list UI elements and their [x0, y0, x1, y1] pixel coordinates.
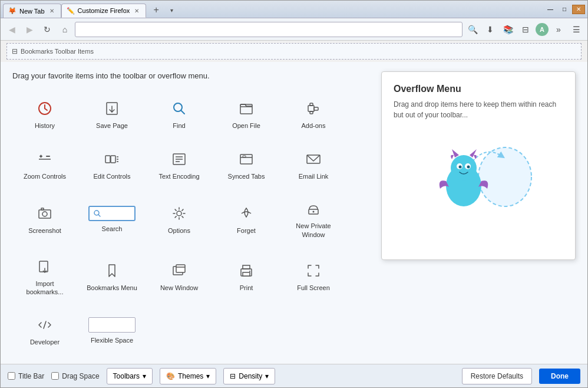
- email-icon: [304, 150, 323, 169]
- save-page-label: Save Page: [96, 121, 128, 130]
- forget-icon: [237, 204, 256, 223]
- item-new-private-window[interactable]: New Private Window: [281, 191, 346, 246]
- menu-button[interactable]: ☰: [569, 22, 584, 37]
- drag-space-checkbox[interactable]: Drag Space: [51, 372, 99, 380]
- item-flexible-space[interactable]: Flexible Space: [80, 306, 144, 354]
- drag-space-label: Drag Space: [62, 372, 99, 380]
- minimize-button[interactable]: —: [544, 5, 557, 14]
- svg-line-3: [181, 110, 184, 114]
- themes-dropdown[interactable]: 🎨 Themes ▾: [160, 368, 216, 384]
- tab-dropdown-button[interactable]: ▾: [164, 2, 179, 18]
- open-file-icon: [237, 99, 256, 118]
- item-history[interactable]: History: [12, 90, 77, 138]
- overflow-panel: Overflow Menu Drag and drop items here t…: [381, 71, 576, 260]
- downloads-button[interactable]: ⬇: [483, 22, 498, 37]
- new-tab-button[interactable]: +: [148, 2, 164, 18]
- new-win-icon: [170, 261, 189, 280]
- item-bookmarks-menu[interactable]: Bookmarks Menu: [80, 248, 144, 304]
- app-window: 🦊 New Tab ✕ ✏️ Customize Firefox ✕ + ▾ —…: [0, 0, 588, 388]
- svg-rect-6: [314, 107, 318, 110]
- overflow-nav-button[interactable]: »: [551, 22, 566, 37]
- toolbars-chevron: ▾: [143, 372, 146, 380]
- account-avatar[interactable]: A: [536, 23, 549, 36]
- sync-button[interactable]: ⊟: [518, 22, 533, 37]
- search-box-preview: [88, 206, 136, 221]
- forget-label: Forget: [237, 226, 256, 235]
- back-button[interactable]: ◀: [4, 22, 19, 37]
- item-options[interactable]: Options: [147, 191, 212, 246]
- tab-label-1: New Tab: [19, 8, 45, 15]
- toolbars-label: Toolbars: [113, 372, 140, 380]
- close-tab-1[interactable]: ✕: [48, 7, 56, 15]
- print-icon: [237, 261, 256, 280]
- tab-favicon-1: 🦊: [8, 7, 16, 15]
- item-synced-tabs[interactable]: Synced Tabs: [214, 140, 279, 189]
- nav-bar: ◀ ▶ ↻ ⌂ 🔍 ⬇ 📚 ⊟ A » ☰: [1, 18, 587, 41]
- item-import-bookmarks[interactable]: Import bookmarks...: [12, 248, 77, 304]
- bookmarks-menu-label: Bookmarks Menu: [87, 284, 137, 292]
- themes-icon: 🎨: [166, 372, 175, 380]
- maximize-button[interactable]: □: [558, 5, 571, 14]
- forward-button[interactable]: ▶: [22, 22, 37, 37]
- themes-label: Themes: [178, 372, 203, 380]
- svg-rect-41: [243, 265, 250, 269]
- item-developer[interactable]: Developer: [12, 306, 77, 354]
- close-window-button[interactable]: ✕: [572, 5, 585, 14]
- title-bar: 🦊 New Tab ✕ ✏️ Customize Firefox ✕ + ▾ —…: [1, 1, 587, 18]
- overflow-title: Overflow Menu: [394, 84, 563, 94]
- reload-button[interactable]: ↻: [39, 22, 55, 37]
- tab-new-tab[interactable]: 🦊 New Tab ✕: [3, 4, 61, 18]
- find-icon: [170, 99, 189, 118]
- zoom-controls-label: Zoom Controls: [24, 172, 66, 180]
- close-tab-2[interactable]: ✕: [133, 6, 141, 15]
- bookmarks-toolbar-label: Bookmarks Toolbar Items: [21, 48, 94, 55]
- history-icon: [35, 99, 54, 118]
- title-bar-checkbox[interactable]: Title Bar: [8, 372, 44, 380]
- tab-label-2: Customize Firefox: [78, 7, 130, 14]
- toolbars-dropdown[interactable]: Toolbars ▾: [107, 368, 153, 384]
- item-edit-controls[interactable]: Edit Controls: [80, 140, 144, 189]
- svg-rect-13: [105, 156, 110, 163]
- item-email-link[interactable]: Email Link: [281, 140, 346, 189]
- options-icon: [170, 204, 189, 223]
- title-bar-input[interactable]: [8, 372, 15, 380]
- svg-point-50: [459, 166, 462, 169]
- fullscreen-icon: [304, 261, 323, 280]
- import-icon: [35, 257, 54, 276]
- library-button[interactable]: 📚: [500, 22, 516, 37]
- bk-menu-icon: [103, 261, 121, 280]
- item-screenshot[interactable]: Screenshot: [12, 191, 77, 246]
- import-bookmarks-label: Import bookmarks...: [16, 280, 73, 297]
- item-open-file[interactable]: Open File: [214, 90, 279, 138]
- print-label: Print: [240, 284, 253, 292]
- svg-point-43: [249, 271, 250, 272]
- item-new-window[interactable]: New Window: [147, 248, 212, 304]
- bookmarks-toolbar-wrapper: ⊟ Bookmarks Toolbar Items: [1, 41, 587, 62]
- url-bar[interactable]: [75, 22, 463, 37]
- open-file-label: Open File: [232, 121, 260, 130]
- item-full-screen[interactable]: Full Screen: [281, 248, 346, 304]
- item-addons[interactable]: Add-ons: [281, 90, 346, 138]
- svg-line-30: [98, 215, 100, 216]
- item-text-encoding[interactable]: Text Encoding: [147, 140, 212, 189]
- done-button[interactable]: Done: [539, 369, 580, 384]
- tab-customize[interactable]: ✏️ Customize Firefox ✕: [61, 4, 147, 18]
- svg-rect-8: [310, 111, 313, 114]
- search-button[interactable]: 🔍: [465, 22, 480, 37]
- item-zoom-controls[interactable]: Zoom Controls: [12, 140, 77, 189]
- item-save-page[interactable]: Save Page: [80, 90, 144, 138]
- new-private-window-label: New Private Window: [285, 222, 342, 239]
- synced-tabs-label: Synced Tabs: [228, 172, 265, 180]
- item-find[interactable]: Find: [147, 90, 212, 138]
- themes-chevron: ▾: [206, 372, 210, 380]
- item-forget[interactable]: Forget: [214, 191, 279, 246]
- drag-space-input[interactable]: [51, 372, 59, 380]
- svg-rect-24: [243, 156, 246, 157]
- developer-icon: [35, 315, 54, 334]
- home-button[interactable]: ⌂: [57, 22, 72, 37]
- restore-defaults-button[interactable]: Restore Defaults: [462, 368, 532, 384]
- density-dropdown[interactable]: ⊟ Density ▾: [223, 368, 275, 384]
- item-search[interactable]: Search: [80, 191, 144, 246]
- text-enc-icon: [170, 150, 189, 169]
- item-print[interactable]: Print: [214, 248, 279, 304]
